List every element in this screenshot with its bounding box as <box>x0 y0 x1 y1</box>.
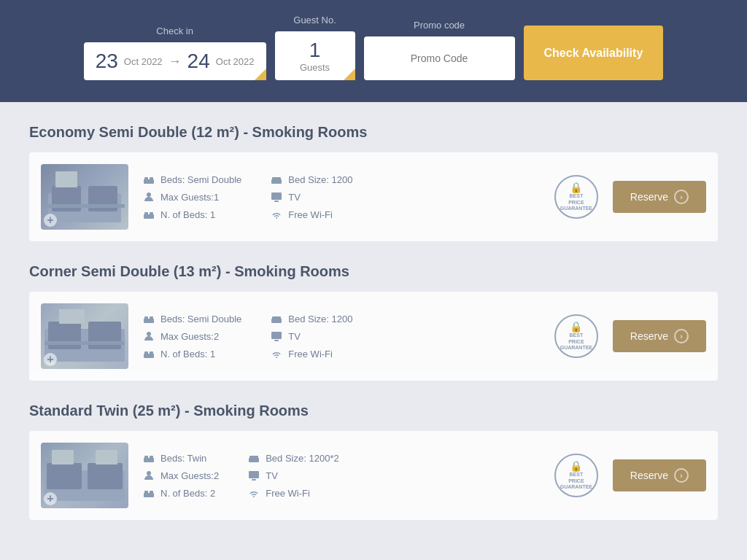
room-details-economy: Beds: Semi Double Max Guests:1 N. of Bed… <box>143 174 540 220</box>
svg-rect-29 <box>272 316 281 319</box>
svg-rect-18 <box>88 322 121 349</box>
room-section-twin: Standard Twin (25 m²) - Smoking Rooms + … <box>29 402 718 520</box>
checkout-month: Oct 2022 <box>216 56 255 67</box>
lock-icon-corner: 🔒 <box>570 321 582 332</box>
guests-box[interactable]: 1 Guests <box>275 31 355 80</box>
room-details-twin: Beds: Twin Max Guests:2 N. of Beds: 2 Be <box>143 452 540 499</box>
svg-rect-3 <box>55 171 77 187</box>
best-price-text-economy: BESTPRICEGUARANTEE <box>560 193 592 211</box>
room-title-economy: Economy Semi Double (12 m²) - Smoking Ro… <box>29 124 718 141</box>
n-beds-economy: N. of Beds: 1 <box>143 209 241 220</box>
room-details-corner: Beds: Semi Double Max Guests:2 N. of Bed… <box>143 313 540 359</box>
svg-rect-14 <box>271 192 282 200</box>
svg-rect-45 <box>249 456 258 459</box>
svg-rect-38 <box>144 456 148 459</box>
room-col-left-economy: Beds: Semi Double Max Guests:1 N. of Bed… <box>143 174 241 220</box>
room-title-corner: Corner Semi Double (13 m²) - Smoking Roo… <box>29 263 718 280</box>
best-price-text-corner: BESTPRICEGUARANTEE <box>560 332 592 351</box>
svg-rect-17 <box>48 322 81 349</box>
booking-bar: Check in 23 Oct 2022 → 24 Oct 2022 Guest… <box>0 0 747 102</box>
main-content: Economy Semi Double (12 m²) - Smoking Ro… <box>0 102 747 560</box>
reserve-circle-icon-corner: › <box>674 329 689 343</box>
plus-icon-twin[interactable]: + <box>44 492 57 505</box>
svg-rect-27 <box>150 351 153 354</box>
svg-point-8 <box>147 192 151 197</box>
svg-rect-10 <box>144 212 148 215</box>
room-section-corner: Corner Semi Double (13 m²) - Smoking Roo… <box>29 263 718 381</box>
reserve-button-twin[interactable]: Reserve › <box>613 459 706 491</box>
svg-rect-13 <box>272 177 281 180</box>
svg-rect-31 <box>274 340 279 341</box>
svg-rect-33 <box>47 463 82 489</box>
check-availability-button[interactable]: Check Availability <box>524 26 664 80</box>
wifi-economy: Free Wi-Fi <box>271 209 352 220</box>
corner-decoration <box>255 69 266 80</box>
guests-text: Guests <box>287 62 344 73</box>
plus-icon-economy[interactable]: + <box>44 214 57 227</box>
svg-rect-20 <box>44 341 125 345</box>
svg-rect-36 <box>96 450 117 464</box>
bed-size-economy: Bed Size: 1200 <box>271 174 352 185</box>
svg-rect-30 <box>271 332 282 339</box>
room-image-corner: + <box>41 303 128 369</box>
reserve-circle-icon-twin: › <box>674 468 689 483</box>
wifi-twin: Free Wi-Fi <box>248 487 338 499</box>
svg-rect-47 <box>252 479 256 481</box>
svg-rect-35 <box>52 450 74 464</box>
guest-corner-decoration <box>344 69 355 80</box>
max-guests-economy: Max Guests:1 <box>143 191 241 203</box>
reserve-button-corner[interactable]: Reserve › <box>613 320 706 352</box>
svg-rect-7 <box>150 177 153 180</box>
svg-rect-19 <box>59 309 85 324</box>
checkin-day: 23 <box>96 50 118 73</box>
checkout-day: 24 <box>187 50 210 73</box>
svg-rect-23 <box>150 316 153 319</box>
lock-icon-economy: 🔒 <box>570 182 582 193</box>
checkin-month: Oct 2022 <box>124 56 163 67</box>
beds-type-economy: Beds: Semi Double <box>143 174 241 185</box>
room-col-left-corner: Beds: Semi Double Max Guests:2 N. of Bed… <box>143 313 241 359</box>
svg-rect-46 <box>249 471 259 478</box>
room-col-right-twin: Bed Size: 1200*2 TV Free Wi-Fi <box>248 452 338 499</box>
tv-economy: TV <box>271 191 352 203</box>
svg-rect-11 <box>150 212 153 215</box>
room-col-right-economy: Bed Size: 1200 TV Free Wi-Fi <box>271 174 352 220</box>
lock-icon-twin: 🔒 <box>570 460 582 472</box>
guests-label: Guest No. <box>293 15 336 26</box>
svg-rect-43 <box>150 491 153 494</box>
checkin-box[interactable]: 23 Oct 2022 → 24 Oct 2022 <box>84 42 266 80</box>
guests-field: Guest No. 1 Guests <box>275 15 355 80</box>
svg-rect-26 <box>144 351 148 354</box>
room-image-twin: + <box>41 443 128 508</box>
room-card-economy: + Beds: Semi Double Max Guests:1 N. of B… <box>29 152 718 241</box>
beds-type-corner: Beds: Semi Double <box>143 313 241 324</box>
room-image-economy: + <box>41 164 128 230</box>
room-card-twin: + Beds: Twin Max Guests:2 N. of Beds: 2 <box>29 431 718 520</box>
plus-icon-corner[interactable]: + <box>44 353 57 366</box>
bed-size-corner: Bed Size: 1200 <box>271 313 352 324</box>
promo-input[interactable] <box>376 44 503 73</box>
promo-label: Promo code <box>414 20 465 31</box>
promo-box[interactable] <box>364 36 515 80</box>
svg-rect-4 <box>44 204 125 208</box>
room-col-right-corner: Bed Size: 1200 TV Free Wi-Fi <box>271 313 352 359</box>
beds-type-twin: Beds: Twin <box>143 452 219 464</box>
best-price-badge-economy: 🔒 BESTPRICEGUARANTEE <box>554 175 598 219</box>
room-title-twin: Standard Twin (25 m²) - Smoking Rooms <box>29 402 718 419</box>
best-price-text-twin: BESTPRICEGUARANTEE <box>560 472 592 490</box>
tv-twin: TV <box>248 470 338 481</box>
reserve-button-economy[interactable]: Reserve › <box>613 181 706 213</box>
max-guests-corner: Max Guests:2 <box>143 330 241 342</box>
room-section-economy: Economy Semi Double (12 m²) - Smoking Ro… <box>29 124 718 241</box>
svg-rect-42 <box>144 491 148 494</box>
tv-corner: TV <box>271 330 352 342</box>
best-price-badge-twin: 🔒 BESTPRICEGUARANTEE <box>554 454 598 497</box>
n-beds-corner: N. of Beds: 1 <box>143 348 241 359</box>
svg-point-24 <box>147 332 151 336</box>
reserve-circle-icon-economy: › <box>674 190 689 204</box>
svg-point-40 <box>147 471 151 475</box>
bed-size-twin: Bed Size: 1200*2 <box>248 452 338 464</box>
svg-rect-39 <box>150 456 153 459</box>
checkin-label: Check in <box>156 26 193 36</box>
room-col-left-twin: Beds: Twin Max Guests:2 N. of Beds: 2 <box>143 452 219 499</box>
